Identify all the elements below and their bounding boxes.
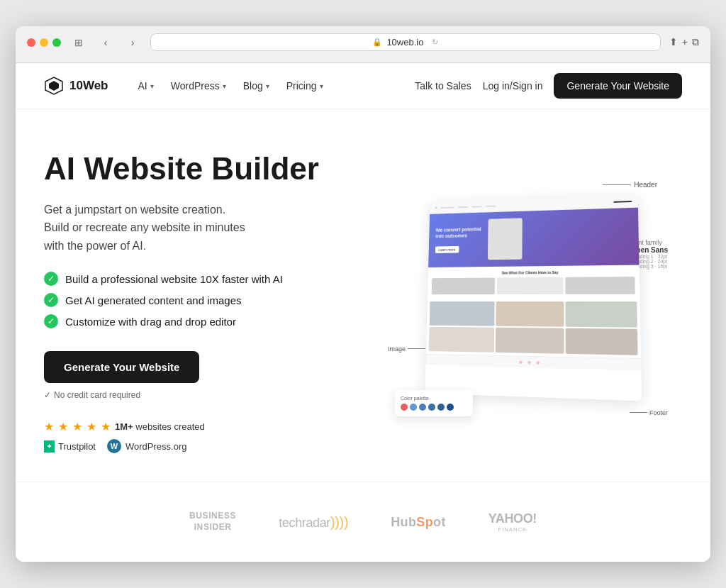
tabs-icon[interactable]: ⧉: [692, 36, 699, 48]
sidebar-toggle-button[interactable]: ⊞: [69, 35, 88, 50]
trustpilot-badge: ✦ Trustpilot: [44, 440, 96, 453]
badges-row: ✦ Trustpilot W WordPress.org: [44, 439, 349, 453]
gallery-item-5: [496, 328, 564, 354]
brand-yahoo: YAHOO! FINANCE: [488, 511, 537, 533]
browser-chrome: ⊞ ‹ › 🔒 10web.io ↻ ⬆ + ⧉: [16, 26, 710, 63]
wordpress-icon: W: [107, 439, 121, 453]
preview-hero-image: We convert potentialinto outcomes Learn …: [428, 208, 639, 267]
navbar: 10Web AI ▾ WordPress ▾ Blog ▾ Pricing ▾: [16, 63, 710, 109]
address-bar[interactable]: 🔒 10web.io ↻: [150, 33, 661, 51]
chevron-down-icon: ▾: [266, 82, 269, 90]
footer-label: Footer: [649, 409, 668, 416]
traffic-lights: [27, 38, 61, 47]
back-button[interactable]: ‹: [96, 35, 115, 50]
talk-to-sales-link[interactable]: Talk to Sales: [415, 80, 471, 91]
features-list: ✓ Build a professional website 10X faste…: [44, 272, 349, 328]
star-2: ★: [58, 420, 68, 433]
annotation-line-footer: [630, 412, 647, 413]
login-link[interactable]: Log in/Sign in: [483, 80, 543, 91]
preview-testimonials: See What Our Clients Have to Say: [428, 265, 640, 298]
hero-subtitle: Get a jumpstart on website creation. Bui…: [44, 201, 349, 255]
feature-text-3: Customize with drag and drop editor: [65, 316, 236, 328]
new-tab-icon[interactable]: +: [682, 36, 688, 48]
brand-hubspot: HubSpot: [391, 515, 446, 530]
lock-icon: 🔒: [372, 38, 382, 47]
nav-item-pricing[interactable]: Pricing ▾: [279, 76, 330, 96]
no-credit-text: ✓ No credit card required: [44, 390, 349, 400]
checkmark-icon: ✓: [44, 390, 51, 400]
preview-nav-line: [471, 206, 481, 207]
forward-button[interactable]: ›: [123, 35, 142, 50]
gallery-item-4: [429, 327, 495, 353]
yahoo-finance-text: FINANCE: [488, 526, 537, 533]
preview-nav-dot: [435, 206, 437, 209]
footer-dot-3: [537, 361, 540, 364]
trustpilot-label: Trustpilot: [58, 441, 96, 452]
nav-blog-label: Blog: [243, 80, 263, 91]
palette-color-4: [428, 404, 435, 411]
preview-hero-image-right: [488, 218, 523, 260]
brand-business-insider: BUSINESSINSIDER: [189, 511, 236, 533]
brands-section: BUSINESSINSIDER techradar)))) HubSpot YA…: [16, 482, 710, 561]
hero-section: AI Website Builder Get a jumpstart on we…: [16, 109, 710, 482]
nav-right: Talk to Sales Log in/Sign in Generate Yo…: [415, 73, 682, 99]
star-5: ★: [101, 420, 111, 433]
feature-text-1: Build a professional website 10X faster …: [65, 273, 283, 285]
nav-wordpress-label: WordPress: [171, 80, 220, 91]
footer-dot-1: [519, 360, 522, 363]
chrome-actions: ⬆ + ⧉: [669, 36, 699, 48]
nav-cta-button[interactable]: Generate Your Website: [554, 73, 682, 99]
check-icon-3: ✓: [44, 314, 58, 328]
nav-item-wordpress[interactable]: WordPress ▾: [164, 76, 233, 96]
gallery-item-2: [496, 301, 564, 327]
header-annotation: Header: [603, 181, 657, 189]
star-3: ★: [72, 420, 82, 433]
palette-color-2: [410, 404, 417, 411]
wordpress-label: WordPress.org: [125, 441, 186, 452]
star-4: ★: [86, 420, 96, 433]
preview-mini-card-2: [497, 277, 564, 294]
logo[interactable]: 10Web: [44, 76, 108, 96]
share-icon[interactable]: ⬆: [669, 36, 678, 48]
nav-ai-label: AI: [138, 80, 147, 91]
chevron-down-icon: ▾: [223, 82, 226, 90]
social-proof: ★ ★ ★ ★ ★ 1M+ websites created ✦ Trustpi…: [44, 420, 349, 453]
palette-color-3: [419, 404, 426, 411]
minimize-button[interactable]: [40, 38, 48, 47]
preview-hero-text: We convert potentialinto outcomes Learn …: [435, 226, 481, 254]
preview-cards-row: [432, 277, 635, 294]
gallery-item-1: [430, 301, 495, 326]
wordpress-badge: W WordPress.org: [107, 439, 186, 453]
address-bar-row: 🔒 10web.io ↻: [150, 33, 661, 51]
chevron-down-icon: ▾: [150, 82, 154, 90]
nav-item-ai[interactable]: AI ▾: [131, 76, 161, 96]
reload-icon[interactable]: ↻: [432, 38, 438, 47]
palette-color-6: [447, 404, 454, 411]
logo-text: 10Web: [69, 79, 108, 93]
preview-gallery: [426, 299, 641, 358]
preview-section-title: See What Our Clients Have to Say: [432, 270, 635, 276]
nav-item-blog[interactable]: Blog ▾: [236, 76, 277, 96]
feature-item-2: ✓ Get AI generated content and images: [44, 293, 349, 307]
brand-techradar: techradar)))): [279, 514, 348, 531]
main-preview-card: We convert potentialinto outcomes Learn …: [425, 195, 642, 401]
gallery-item-6: [566, 328, 638, 355]
check-icon-1: ✓: [44, 272, 58, 286]
annotation-line-header: [603, 184, 631, 185]
palette-label: Color palette: [401, 396, 467, 401]
website-preview: We convert potentialinto outcomes Learn …: [395, 168, 664, 438]
feature-text-2: Get AI generated content and images: [65, 294, 242, 306]
star-1: ★: [44, 420, 54, 433]
maximize-button[interactable]: [52, 38, 61, 47]
footer-annotation: Footer: [630, 409, 668, 416]
palette-color-5: [437, 404, 445, 411]
preview-hero-button: Learn more: [435, 246, 459, 253]
hero-cta-button[interactable]: Generate Your Website: [44, 351, 199, 383]
hero-left: AI Website Builder Get a jumpstart on we…: [44, 152, 349, 453]
header-label: Header: [634, 181, 657, 189]
annotation-line-image: [408, 348, 425, 349]
preview-mini-card-1: [432, 277, 495, 294]
image-annotation: Image: [388, 345, 425, 353]
preview-nav-line: [441, 206, 454, 208]
close-button[interactable]: [27, 38, 35, 47]
